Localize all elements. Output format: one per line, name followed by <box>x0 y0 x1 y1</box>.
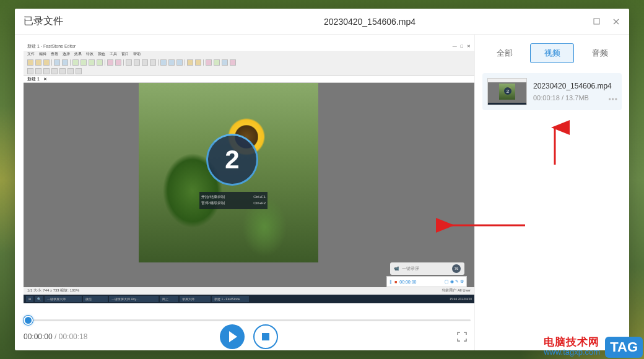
svg-rect-0 <box>594 19 599 24</box>
inner-app-title: 新建 1 - FastStone Editor <box>27 43 76 50</box>
tab-video[interactable]: 视频 <box>530 43 574 63</box>
countdown-number: 2 <box>225 145 239 175</box>
tab-all[interactable]: 全部 <box>482 43 526 63</box>
progress-bar[interactable] <box>24 316 474 324</box>
fullscreen-icon <box>457 332 467 342</box>
inner-toolbar-1 <box>24 58 474 67</box>
recorder-watermark: 📹一键录屏 76 <box>390 262 464 275</box>
maximize-icon[interactable] <box>592 17 601 26</box>
file-item-meta: 00:00:18 / 13.7MB <box>533 94 617 102</box>
inner-toolbar-2 <box>24 67 474 76</box>
stop-icon <box>262 333 269 340</box>
tab-audio[interactable]: 音频 <box>578 43 622 63</box>
current-file-name: 20230420_154606.mp4 <box>147 17 592 27</box>
file-item-name: 20230420_154606.mp4 <box>533 82 617 90</box>
shortcut-hint-box: 开始/结束录制Ctrl+F1 暂停/继续录制Ctrl+F2 <box>199 192 268 209</box>
file-list-pane: 全部 视频 音频 2 20230420_154606.mp4 00:00:18 … <box>474 35 629 350</box>
inner-window-controls: —□✕ <box>453 44 471 49</box>
stop-button[interactable] <box>253 324 278 349</box>
inner-taskbar: ⊞ 🔍 一键录屏大师 微信 一键录屏大师 Any… 网上 录屏大师 新建 1 -… <box>24 295 474 303</box>
file-item-more-button[interactable]: ••• <box>608 95 618 104</box>
file-type-tabs: 全部 视频 音频 <box>482 43 622 63</box>
file-thumbnail: 2 <box>487 78 527 105</box>
inner-menu-bar: 文件编辑查看选择效果特效颜色工具窗口帮助 <box>24 51 474 58</box>
countdown-overlay: 2 <box>206 134 258 186</box>
play-icon <box>229 331 237 342</box>
watermark-tag-badge: TAG <box>605 337 643 358</box>
recorded-files-window: 已录文件 20230420_154606.mp4 新建 1 - FastSton… <box>15 9 629 350</box>
preview-pane: 新建 1 - FastStone Editor —□✕ 文件编辑查看选择效果特效… <box>15 35 474 350</box>
file-list-item[interactable]: 2 20230420_154606.mp4 00:00:18 / 13.7MB … <box>482 73 622 110</box>
page-watermark: 电脑技术网 www.tagxp.com TAG <box>544 337 643 358</box>
watermark-url: www.tagxp.com <box>544 347 600 357</box>
titlebar: 已录文件 20230420_154606.mp4 <box>15 9 629 35</box>
close-icon[interactable] <box>612 17 620 26</box>
inner-statusbar: 1/1 大小: 744 x 733 缩放: 100% 当前用户 All User <box>24 287 474 295</box>
video-preview[interactable]: 新建 1 - FastStone Editor —□✕ 文件编辑查看选择效果特效… <box>24 42 474 303</box>
recorder-control-bar: ‖■ 00:00:00 ▢ ◉ ✎ ⚙ <box>386 276 467 287</box>
play-button[interactable] <box>220 324 245 349</box>
window-title: 已录文件 <box>24 15 147 28</box>
watermark-site-name: 电脑技术网 <box>544 337 600 347</box>
playback-time: 00:00:00 / 00:00:18 <box>24 332 87 341</box>
fullscreen-button[interactable] <box>457 332 467 342</box>
progress-thumb[interactable] <box>24 316 33 325</box>
inner-tabs: 新建 1✕ <box>24 76 474 83</box>
